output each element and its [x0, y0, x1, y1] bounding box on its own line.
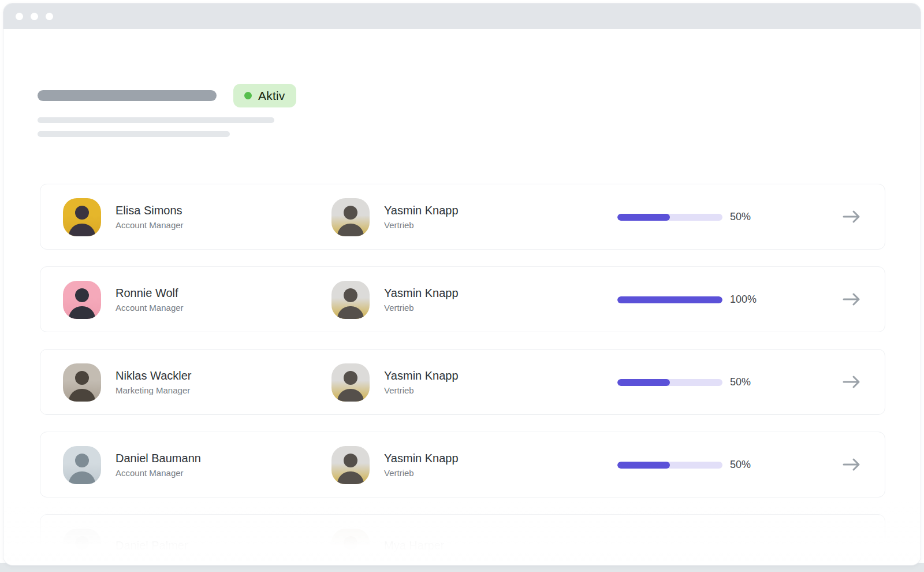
open-contact-button[interactable] [838, 205, 866, 228]
skeleton-text-line [38, 117, 274, 123]
arrow-right-icon [842, 210, 862, 224]
person-info: Niklas Wackler Marketing Manager [116, 369, 192, 395]
contact-card[interactable]: Ronnie Wolf Account Manager Yasmin Knapp… [40, 266, 885, 332]
progress-value: 50% [730, 459, 751, 471]
contact-role: Vertrieb [384, 220, 459, 230]
arrow-right-icon [842, 458, 862, 471]
window-titlebar [3, 3, 921, 29]
contact-avatar [331, 363, 370, 402]
skeleton-title-bar [38, 90, 217, 101]
window-control-dot [46, 13, 53, 20]
contact-card[interactable]: Daniel Palmer Mya Harper [40, 514, 885, 565]
arrow-right-icon [842, 375, 862, 389]
window-control-dot [31, 13, 38, 20]
person-name: Daniel Baumann [116, 452, 201, 465]
contact-info: Yasmin Knapp Vertrieb [384, 452, 459, 478]
progress-fill [617, 379, 670, 386]
progress-value: 100% [730, 294, 757, 306]
contact-name: Yasmin Knapp [384, 287, 459, 300]
arrow-right-icon [842, 292, 862, 306]
progress-bar [617, 214, 722, 221]
status-badge: Aktiv [233, 84, 296, 107]
person-avatar [63, 446, 101, 484]
contact-info: Yasmin Knapp Vertrieb [384, 369, 459, 395]
status-dot-icon [244, 92, 252, 99]
progress-bar [617, 462, 722, 469]
contact-avatar [331, 198, 370, 236]
contact-name: Yasmin Knapp [384, 369, 459, 382]
contact-avatar [331, 281, 370, 319]
person-role: Account Manager [116, 220, 184, 230]
progress-value: 50% [730, 211, 751, 223]
status-badge-label: Aktiv [258, 89, 285, 103]
skeleton-text-line [38, 131, 230, 137]
person-name: Daniel Palmer [116, 539, 188, 552]
contact-info: Yasmin Knapp Vertrieb [384, 287, 459, 313]
window-control-dot [16, 13, 23, 20]
contact-name: Mya Harper [384, 539, 444, 552]
person-role: Marketing Manager [116, 385, 192, 395]
open-contact-button[interactable] [838, 453, 866, 476]
contact-card[interactable]: Daniel Baumann Account Manager Yasmin Kn… [40, 432, 885, 497]
progress-value: 50% [730, 376, 751, 388]
contact-role: Vertrieb [384, 468, 459, 478]
person-role: Account Manager [116, 468, 201, 478]
person-avatar [63, 198, 101, 236]
contact-card[interactable]: Niklas Wackler Marketing Manager Yasmin … [40, 349, 885, 415]
contact-info: Mya Harper [384, 539, 444, 555]
person-avatar [63, 363, 101, 402]
contact-name: Yasmin Knapp [384, 204, 459, 217]
open-contact-button[interactable] [838, 288, 866, 311]
progress-fill [617, 462, 670, 469]
contact-avatar [331, 446, 370, 484]
progress-fill [617, 296, 722, 303]
progress-bar [617, 379, 722, 386]
progress-fill [617, 214, 670, 221]
person-role: Account Manager [116, 303, 184, 313]
person-name: Niklas Wackler [116, 369, 192, 382]
contact-card[interactable]: Elisa Simons Account Manager Yasmin Knap… [40, 184, 885, 250]
contact-list: Elisa Simons Account Manager Yasmin Knap… [40, 184, 885, 565]
contact-role: Vertrieb [384, 303, 459, 313]
person-name: Ronnie Wolf [116, 287, 184, 300]
person-info: Ronnie Wolf Account Manager [116, 287, 184, 313]
contact-role: Vertrieb [384, 385, 459, 395]
contact-info: Yasmin Knapp Vertrieb [384, 204, 459, 230]
contact-name: Yasmin Knapp [384, 452, 459, 465]
person-info: Daniel Palmer [116, 539, 188, 555]
person-info: Elisa Simons Account Manager [116, 204, 184, 230]
person-info: Daniel Baumann Account Manager [116, 452, 201, 478]
progress-bar [617, 296, 722, 303]
person-name: Elisa Simons [116, 204, 184, 217]
browser-window-mockup: Aktiv Elisa Simons Account Manager Yasmi… [3, 3, 921, 565]
contact-avatar [331, 529, 370, 565]
person-avatar [63, 529, 101, 565]
person-avatar [63, 281, 101, 319]
open-contact-button[interactable] [838, 370, 866, 393]
